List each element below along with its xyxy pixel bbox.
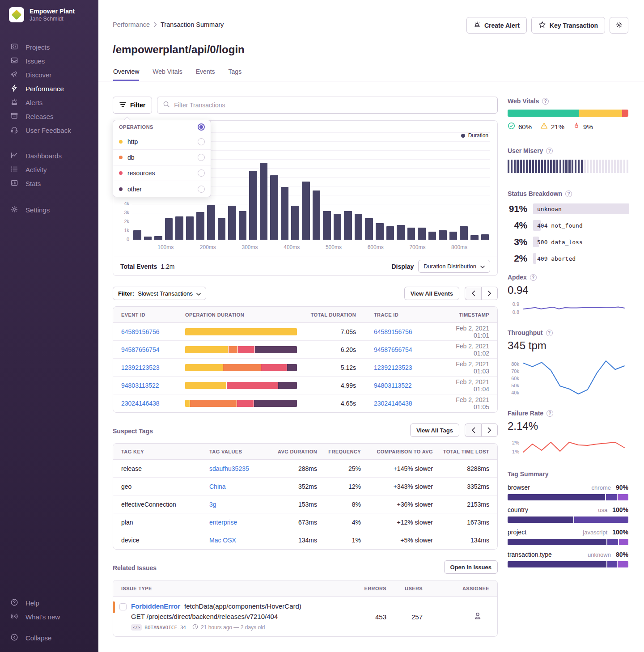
event-id-link[interactable]: 94587656754 [121,346,185,353]
tab-overview[interactable]: Overview [113,68,139,81]
histogram-bar [470,235,479,240]
operations-item-db[interactable]: db [113,150,211,165]
operations-item-http[interactable]: http [113,134,211,150]
operations-item-resources[interactable]: resources [113,165,211,181]
question-icon[interactable]: ? [565,191,572,197]
event-id-link[interactable]: 94803113522 [121,382,185,389]
sidebar-item-discover[interactable]: Discover [0,68,98,82]
tag-summary-bar[interactable] [508,561,628,567]
tag-value-link[interactable]: 3g [209,501,274,508]
next-page-button[interactable] [481,287,498,300]
event-id-link[interactable]: 12392123523 [121,364,185,371]
total-duration: 7.05s [299,328,356,335]
sidebar-item-projects[interactable]: Projects [0,40,98,54]
breadcrumb-performance[interactable]: Performance [113,21,150,28]
sidebar-item-user-feedback[interactable]: User Feedback [0,123,98,137]
radio-icon[interactable] [198,154,205,161]
total-duration: 6.20s [299,346,356,353]
op-segment-db [229,346,237,353]
tab-web-vitals[interactable]: Web Vitals [153,68,182,81]
question-icon[interactable]: ? [546,148,553,154]
sidebar-item-help[interactable]: Help [0,596,98,610]
tag-summary-bar[interactable] [508,494,628,500]
histogram-bar [428,232,436,240]
question-icon[interactable]: ? [530,274,537,281]
sidebar-item-issues[interactable]: Issues [0,54,98,68]
question-icon[interactable]: ? [547,410,553,417]
radio-icon[interactable] [198,169,205,177]
radio-icon[interactable] [198,186,205,193]
radio-icon[interactable] [198,138,205,145]
sidebar-item-label: Stats [25,180,41,187]
trace-id-link[interactable]: 94803113522 [374,382,448,389]
previous-page-button[interactable] [465,287,481,300]
previous-page-button[interactable] [465,423,481,437]
question-icon[interactable]: ? [546,330,553,336]
timestamp: Feb 2, 2021 01:01 [448,325,489,339]
tag-value-link[interactable]: enterprise [209,519,274,526]
filter-button[interactable]: Filter [113,97,152,114]
misery-tick [599,160,601,173]
column-header: EVENT ID [121,312,185,318]
assignee-button[interactable] [473,611,482,622]
operations-item-other[interactable]: other [113,181,211,197]
vitals-good-value: 60% [518,123,532,131]
events-filter-select[interactable]: Filter: Slowest Transactions [113,287,206,300]
radio-selected-icon[interactable] [198,123,205,131]
tag-value-link[interactable]: sdaufhu35235 [209,465,274,472]
sidebar-item-performance[interactable]: Performance [0,82,98,96]
sidebar-item-alerts[interactable]: Alerts [0,96,98,110]
tab-tags[interactable]: Tags [229,68,242,81]
status-row: 91% unknown [508,203,628,214]
org-switcher[interactable]: Empower Plant Jane Schmidt [0,0,98,22]
trace-id-link[interactable]: 12392123523 [374,364,448,371]
tag-summary-bar[interactable] [508,539,628,545]
event-id-link[interactable]: 23024146438 [121,400,185,407]
issue-checkbox[interactable] [119,603,127,610]
tag-summary-bar[interactable] [508,517,628,523]
sidebar-item-stats[interactable]: Stats [0,177,98,191]
breadcrumb-current: Transaction Summary [161,21,224,28]
throughput-sparkline: 80k70k60k50k40k [508,356,628,399]
status-label: 500 data_loss [533,239,583,246]
view-all-tags-button[interactable]: View All Tags [410,423,459,437]
question-icon[interactable]: ? [542,98,549,105]
frequency: 4% [317,519,361,526]
view-all-events-button[interactable]: View All Events [404,287,459,300]
event-row: 94587656754 6.20s 94587656754 Feb 2, 202… [113,341,497,359]
histogram-bar [460,226,468,240]
issue-type-link[interactable]: ForbiddenError [131,602,180,610]
trace-id-link[interactable]: 94587656754 [374,346,448,353]
tag-value-link[interactable]: Mac OSX [209,537,274,544]
open-in-issues-button[interactable]: Open in Issues [444,560,498,574]
sidebar-item-collapse[interactable]: Collapse [0,631,98,645]
histogram-bar [281,187,289,240]
key-transaction-button[interactable]: Key Transaction [531,17,605,34]
settings-button[interactable] [610,17,628,34]
next-page-button[interactable] [481,423,498,437]
suspect-tags-controls: Suspect Tags View All Tags [113,423,498,437]
frequency: 25% [317,465,361,472]
app-window: Empower Plant Jane Schmidt Projects Issu… [0,0,644,652]
sidebar-item-releases[interactable]: Releases [0,110,98,123]
column-header: USERS [386,586,423,591]
display-select[interactable]: Duration Distribution [418,260,490,273]
trace-id-link[interactable]: 23024146438 [374,400,448,407]
tag-value-link[interactable]: China [209,483,274,490]
spark-axis-label: 40k [511,390,519,395]
sidebar-item-activity[interactable]: Activity [0,163,98,177]
sidebar-item-whats-new[interactable]: What's new [0,610,98,624]
apdex-title: Apdex [508,274,527,281]
project-badge[interactable]: </>BOTANAVOICE-34 [131,624,186,631]
sidebar-item-dashboards[interactable]: Dashboards [0,149,98,163]
operations-menu-header[interactable]: OPERATIONS [113,120,211,134]
tag-bar-segment [607,539,618,545]
operation-duration-bar [185,346,297,353]
create-alert-button[interactable]: Create Alert [466,17,527,34]
trace-id-link[interactable]: 64589156756 [374,328,448,335]
tab-events[interactable]: Events [196,68,215,81]
search-input[interactable] [174,102,492,109]
chevron-down-icon [480,263,485,270]
event-id-link[interactable]: 64589156756 [121,328,185,335]
sidebar-item-settings[interactable]: Settings [0,203,98,217]
